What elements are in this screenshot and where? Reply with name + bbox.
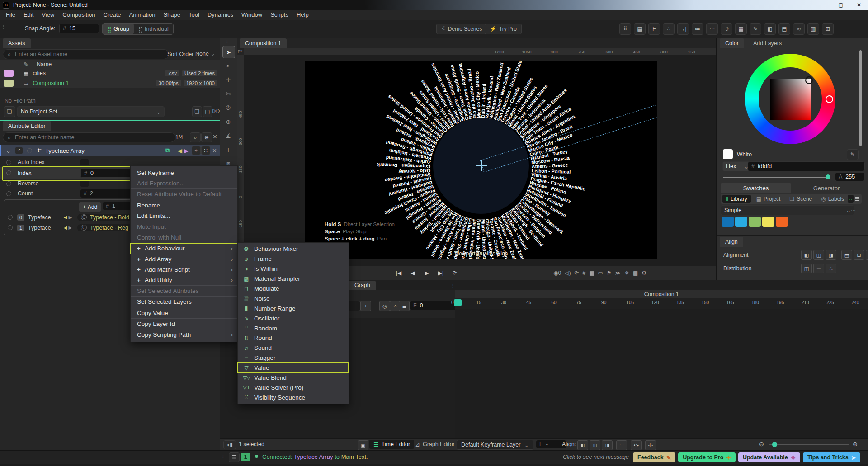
submenu-item-stagger[interactable]: ≡Stagger <box>238 353 349 363</box>
submenu-item-modulate[interactable]: ⊓Modulate <box>238 284 349 294</box>
count-field[interactable]: # 2 <box>80 189 132 198</box>
time-editor-button[interactable]: ☰ Time Editor <box>369 440 414 449</box>
next-message-hint[interactable]: Click to see next message <box>563 454 629 460</box>
tab-add-layers[interactable]: Add Layers <box>749 38 786 48</box>
tab-composition-1[interactable]: Composition 1 <box>240 38 287 48</box>
quality-icon[interactable]: ❖ <box>624 268 629 278</box>
submenu-item-round[interactable]: ⇅Round <box>238 333 349 343</box>
add-entry-button[interactable]: +Add <box>79 202 101 212</box>
pin-icon[interactable]: ⌖ <box>192 146 201 155</box>
tab-graph[interactable]: Graph <box>349 281 376 290</box>
demo-scenes-button[interactable]: ⠪ Demo Scenes <box>436 24 487 34</box>
menu-item-copy-layer-id[interactable]: Copy Layer Id <box>131 319 237 329</box>
zoom-in-icon[interactable]: ⊕ <box>853 441 858 447</box>
current-color-swatch[interactable] <box>723 149 733 159</box>
align-center-v-icon[interactable]: ⊟ <box>854 250 864 260</box>
auto-index-checkbox[interactable] <box>80 159 89 165</box>
zoom-out-icon[interactable]: ⊖ <box>759 441 764 447</box>
text-tool-icon[interactable]: T <box>222 144 234 155</box>
menu-dynamics[interactable]: Dynamics <box>203 10 237 20</box>
pan-tool-icon[interactable]: ✛ <box>222 74 234 85</box>
grid-icon[interactable]: ▦ <box>589 268 594 278</box>
attribute-header[interactable]: ⌄ ✓ t≡ Typeface Array ⧉ ◀ ▶ ⌖ ∷ ✕ <box>0 145 221 156</box>
align-right-icon[interactable]: ◨ <box>602 440 613 450</box>
tab-color[interactable]: Color <box>720 38 744 48</box>
refresh-icon[interactable]: ⟳ <box>574 268 579 278</box>
camera-zero-icon[interactable]: ◉0 <box>553 268 561 278</box>
maximize-button[interactable]: ▢ <box>832 0 850 10</box>
submenu-item-is-within[interactable]: ◑Is Within <box>238 264 349 274</box>
camera-tool-icon[interactable]: ✇ <box>222 102 234 113</box>
tab-generator[interactable]: Generator <box>791 183 862 193</box>
frame-f-icon[interactable]: F <box>648 23 660 35</box>
color-swatch[interactable] <box>776 217 788 227</box>
keyframe-circle-icon[interactable] <box>6 181 11 186</box>
project-folder-icon[interactable]: ❏ <box>4 106 15 117</box>
attribute-search-input[interactable] <box>14 134 170 141</box>
asset-search-input[interactable] <box>14 51 164 58</box>
loop-button[interactable]: ⟳ <box>449 268 461 278</box>
align-left-icon[interactable]: ◧ <box>577 440 588 450</box>
scatter-add-icon[interactable]: ∴ <box>663 23 675 35</box>
try-pro-button[interactable]: ⚡ Try Pro <box>485 24 522 34</box>
library-tab-scene[interactable]: ❏Scene <box>786 195 816 203</box>
close-attribute-icon[interactable]: ✕ <box>212 147 217 154</box>
asset-color-swatch[interactable] <box>4 80 14 87</box>
keyframe-circle-icon[interactable] <box>8 225 13 230</box>
dope-sheet-icon[interactable]: ▣ <box>358 440 368 450</box>
align-center-h-icon[interactable]: ◫ <box>813 250 824 260</box>
name-column-header[interactable]: Name <box>37 61 52 67</box>
keyframe-nav-icon[interactable]: -||- <box>645 440 656 450</box>
menu-help[interactable]: Help <box>292 10 313 20</box>
library-tab-project[interactable]: ▤Project <box>753 195 784 203</box>
submenu-item-value-solver-pro-[interactable]: ▽+Value Solver (Pro) <box>238 382 349 392</box>
keyframe-circle-icon[interactable] <box>6 170 11 175</box>
individual-button[interactable]: ⣏ Individual <box>134 24 173 34</box>
menu-file[interactable]: File <box>2 10 19 20</box>
hex-field[interactable]: # fdfdfd <box>748 161 865 171</box>
orbit-tool-icon[interactable]: ⊕ <box>222 116 234 127</box>
menu-animation[interactable]: Animation <box>125 10 160 20</box>
prev-entry-icon[interactable]: ◀ <box>64 225 67 230</box>
more-options-button[interactable]: ... <box>851 206 856 212</box>
list-caret-icon[interactable]: ≔ <box>692 23 703 35</box>
menu-item-add-utility[interactable]: +Add Utility› <box>131 275 237 285</box>
grid-view-icon[interactable]: ∷ <box>848 195 853 203</box>
drag-handle-icon[interactable]: ⁞ <box>452 284 453 289</box>
keyframe-circle-icon[interactable] <box>6 160 11 165</box>
measure-tool-icon[interactable]: ∡ <box>222 130 234 141</box>
trash-icon[interactable]: ⌦ <box>213 106 219 116</box>
timeline-zoom-handle[interactable] <box>772 442 777 447</box>
menu-item-control-with-null[interactable]: Control with Null <box>131 232 237 243</box>
pen-icon[interactable]: ✎ <box>750 23 761 35</box>
asset-color-swatch[interactable] <box>4 70 14 77</box>
menu-create[interactable]: Create <box>99 10 125 20</box>
waves-icon[interactable]: ≋ <box>793 23 805 35</box>
add-count-field[interactable]: # 1 <box>103 202 134 210</box>
step-forward-button[interactable]: ▶| <box>435 268 447 278</box>
index-field[interactable]: # 0 <box>80 169 133 178</box>
menu-item-add-expression-[interactable]: Add Expression... <box>131 178 237 188</box>
messages-icon[interactable]: ☰ <box>229 452 240 462</box>
settings-gear-icon[interactable]: ⚙ <box>642 268 646 278</box>
ruler-grid-icon[interactable]: ▦ <box>735 23 747 35</box>
color-swatch[interactable] <box>762 217 774 227</box>
playhead-line[interactable] <box>458 298 458 438</box>
close-button[interactable]: ✕ <box>850 0 868 10</box>
color-swatch[interactable] <box>722 217 734 227</box>
connection-message[interactable]: Connected: Typeface Array to Main Text. <box>262 453 368 460</box>
scrollbar[interactable] <box>859 50 862 146</box>
prev-entry-icon[interactable]: ◀ <box>64 215 67 220</box>
step-back-button[interactable]: ◀ <box>407 268 419 278</box>
asset-row[interactable]: ▭Composition 130.00fps1920 x 1080 <box>0 78 220 89</box>
distribute-spacing-icon[interactable]: ∴ <box>826 264 836 273</box>
menu-edit[interactable]: Edit <box>19 10 38 20</box>
more-dots-icon[interactable]: ⋯ <box>706 23 718 35</box>
eyedropper-icon[interactable]: ✎ <box>24 61 28 68</box>
move-to-icon[interactable]: →| <box>677 23 689 35</box>
input-arrow-icon[interactable]: ◀ <box>178 147 182 154</box>
keyframe-circle-icon[interactable] <box>8 215 13 220</box>
submenu-item-material-sampler[interactable]: ▩Material Sampler <box>238 274 349 284</box>
go-to-start-button[interactable]: |◀ <box>393 268 405 278</box>
columns-icon[interactable]: ▥ <box>807 23 819 35</box>
